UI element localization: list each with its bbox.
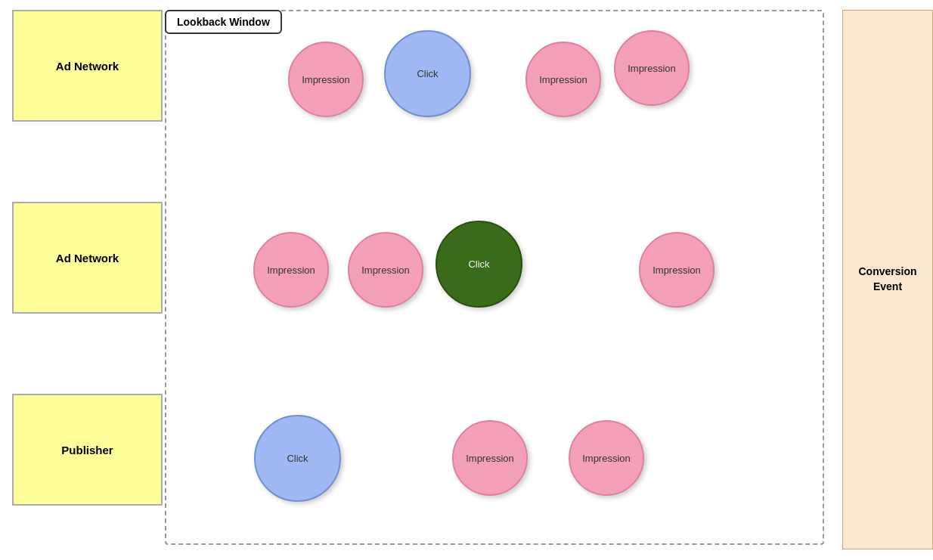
- circle-label-c9: Click: [287, 453, 308, 464]
- circle-c8: Impression: [639, 232, 714, 308]
- circle-label-c8: Impression: [652, 265, 701, 276]
- circle-c11: Impression: [569, 420, 644, 496]
- circle-label-c7: Click: [468, 258, 489, 270]
- circle-label-c3: Impression: [539, 74, 587, 85]
- entity-ad-network-2-label: Ad Network: [56, 252, 119, 265]
- circle-label-c6: Impression: [361, 265, 410, 276]
- conversion-event-box: Conversion Event: [842, 10, 933, 549]
- circle-label-c10: Impression: [466, 453, 514, 464]
- circle-c6: Impression: [348, 232, 423, 308]
- circle-c2: Click: [384, 30, 471, 117]
- circle-label-c4: Impression: [628, 63, 676, 74]
- circle-c5: Impression: [253, 232, 329, 308]
- circle-c4: Impression: [614, 30, 690, 106]
- conversion-event-label: Conversion Event: [843, 265, 932, 294]
- diagram-canvas: Ad Network Ad Network Publisher Lookback…: [0, 0, 933, 560]
- circle-c10: Impression: [452, 420, 528, 496]
- circle-label-c11: Impression: [582, 453, 631, 464]
- circle-label-c5: Impression: [267, 265, 315, 276]
- lookback-window-label: Lookback Window: [165, 10, 282, 34]
- entity-publisher: Publisher: [12, 394, 163, 506]
- circle-c7: Click: [436, 221, 522, 308]
- circle-label-c1: Impression: [302, 74, 350, 85]
- entity-ad-network-1-label: Ad Network: [56, 60, 119, 73]
- circle-c9: Click: [254, 415, 341, 502]
- entity-ad-network-1: Ad Network: [12, 10, 163, 122]
- entity-publisher-label: Publisher: [61, 444, 113, 456]
- circle-c1: Impression: [288, 42, 364, 117]
- circle-c3: Impression: [525, 42, 601, 117]
- entity-ad-network-2: Ad Network: [12, 202, 163, 314]
- circle-label-c2: Click: [417, 68, 438, 79]
